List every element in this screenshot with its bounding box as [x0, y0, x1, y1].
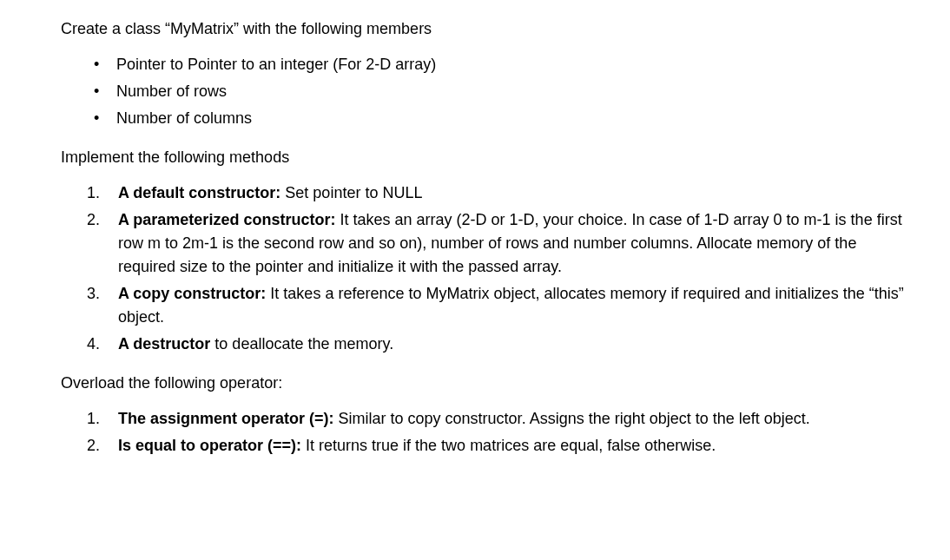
item-number: 2.: [87, 208, 100, 232]
list-item: 1. A default constructor: Set pointer to…: [87, 181, 915, 205]
item-number: 2.: [87, 434, 100, 458]
list-item: 2. A parameterized constructor: It takes…: [87, 208, 915, 279]
methods-list: 1. A default constructor: Set pointer to…: [61, 181, 915, 356]
item-rest: to deallocate the memory.: [214, 335, 393, 352]
item-rest: It returns true if the two matrices are …: [306, 437, 716, 454]
item-rest: Similar to copy constructor. Assigns the…: [339, 410, 810, 427]
list-item: 2. Is equal to operator (==): It returns…: [87, 434, 915, 458]
overloads-list: 1. The assignment operator (=): Similar …: [61, 407, 915, 458]
item-number: 4.: [87, 333, 100, 356]
list-item: Number of rows: [94, 80, 915, 103]
list-item: 1. The assignment operator (=): Similar …: [87, 407, 915, 431]
item-bold: A default constructor:: [118, 184, 285, 201]
item-number: 1.: [87, 181, 100, 205]
list-item: Number of columns: [94, 107, 915, 130]
item-number: 1.: [87, 407, 100, 431]
list-item: Pointer to Pointer to an integer (For 2-…: [94, 53, 915, 76]
list-item: 3. A copy constructor: It takes a refere…: [87, 282, 915, 329]
item-rest: Set pointer to NULL: [285, 184, 422, 201]
item-bold: The assignment operator (=):: [118, 410, 339, 427]
overload-heading: Overload the following operator:: [61, 372, 915, 395]
item-bold: Is equal to operator (==):: [118, 437, 306, 454]
members-list: Pointer to Pointer to an integer (For 2-…: [61, 53, 915, 130]
list-item: 4. A destructor to deallocate the memory…: [87, 333, 915, 356]
item-bold: A copy constructor:: [118, 285, 270, 302]
item-number: 3.: [87, 282, 100, 306]
item-bold: A destructor: [118, 335, 214, 352]
intro-paragraph: Create a class “MyMatrix” with the follo…: [61, 17, 915, 41]
item-bold: A parameterized constructor:: [118, 211, 340, 228]
methods-heading: Implement the following methods: [61, 146, 915, 169]
